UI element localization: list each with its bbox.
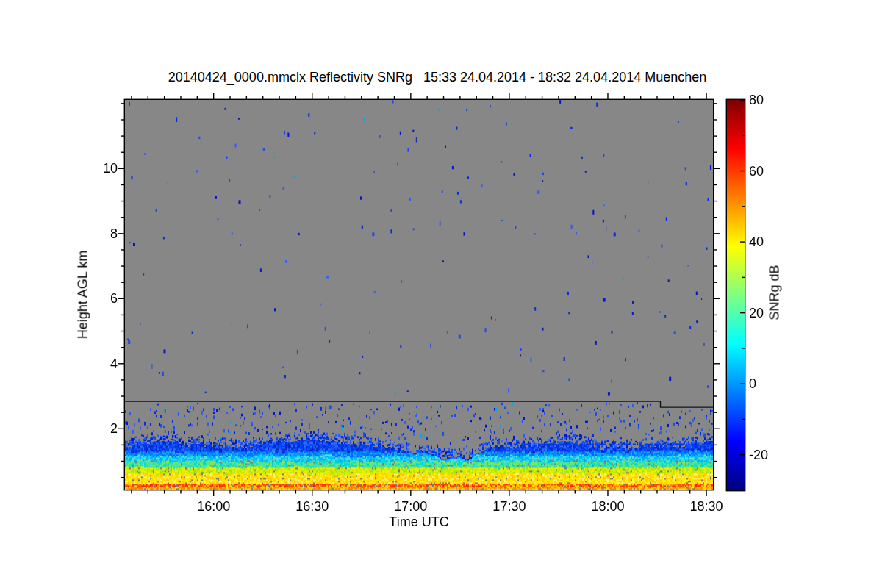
x-tick-label: 16:00: [197, 498, 230, 514]
y-tick-label: 10: [87, 160, 118, 176]
colorbar-label: SNRg dB: [767, 265, 783, 320]
x-tick-label: 18:30: [690, 498, 723, 514]
y-tick-label: 4: [87, 356, 118, 372]
colorbar-tick-label: 40: [749, 234, 764, 250]
y-tick-label: 6: [87, 290, 118, 306]
x-tick-label: 17:00: [394, 498, 427, 514]
x-tick-label: 17:30: [492, 498, 526, 514]
y-tick-label: 2: [87, 420, 118, 437]
x-tick-label: 16:30: [295, 498, 329, 514]
colorbar-tick-label: 60: [749, 163, 764, 179]
colorbar-tick-label: 20: [749, 305, 764, 321]
y-tick-label: 8: [87, 226, 118, 242]
colorbar-tick-label: 0: [749, 376, 756, 392]
radar-reflectivity-figure: 20140424_0000.mmclx Reflectivity SNRg 15…: [0, 0, 882, 588]
colorbar-tick-label: 80: [749, 92, 764, 108]
colorbar-tick-label: -20: [749, 447, 768, 463]
colorbar-gradient: [727, 100, 745, 490]
heatmap-plot-area: [125, 100, 713, 490]
x-tick-label: 18:00: [591, 498, 624, 514]
chart-title: 20140424_0000.mmclx Reflectivity SNRg 15…: [132, 70, 742, 85]
x-axis-label: Time UTC: [125, 514, 713, 530]
